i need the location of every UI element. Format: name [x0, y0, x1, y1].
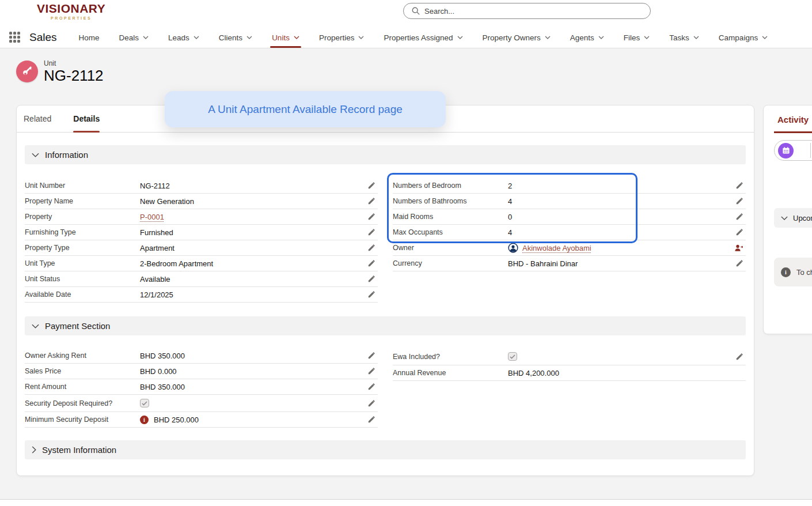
field-label: Property Name — [25, 197, 140, 205]
field-row-available-date: Available Date12/1/2025 — [25, 287, 378, 303]
nav-item-files[interactable]: Files — [624, 27, 650, 48]
edit-button[interactable] — [365, 227, 378, 237]
nav-item-property-owners[interactable]: Property Owners — [483, 27, 551, 48]
global-search[interactable] — [403, 3, 651, 19]
app-name: Sales — [29, 31, 57, 44]
nav-item-deals[interactable]: Deals — [119, 27, 149, 48]
edit-button[interactable] — [733, 180, 746, 191]
field-row-owner: OwnerAkinwolade Ayobami — [393, 240, 746, 256]
nav-item-campaigns[interactable]: Campaigns — [719, 27, 768, 48]
record-title: NG-2112 — [44, 67, 104, 84]
edit-button[interactable] — [733, 352, 746, 362]
edit-button[interactable] — [365, 289, 378, 300]
field-value: BHD 4,200.000 — [508, 369, 559, 377]
payment-right-column: Ewa Included?Annual RevenueBHD 4,200.000 — [393, 348, 746, 381]
nav-item-label: Campaigns — [719, 33, 758, 42]
section-title: Information — [45, 150, 88, 160]
edit-button[interactable] — [733, 227, 746, 237]
nav-item-units[interactable]: Units — [272, 27, 299, 48]
edit-button[interactable] — [365, 414, 378, 425]
field-value: New Generation — [140, 197, 194, 206]
key-icon — [21, 66, 33, 77]
edit-button[interactable] — [365, 212, 378, 222]
information-fields: Unit NumberNG-2112Property NameNew Gener… — [25, 178, 746, 303]
nav-item-label: Home — [79, 33, 100, 42]
field-label: Unit Type — [25, 259, 140, 267]
new-event-button[interactable] — [774, 140, 812, 161]
owner-link[interactable]: Akinwolade Ayobami — [522, 244, 591, 252]
tab-related[interactable]: Related — [24, 105, 51, 132]
edit-button[interactable] — [365, 274, 378, 284]
field-label: Annual Revenue — [393, 369, 508, 377]
nav-item-label: Properties — [319, 33, 355, 42]
chevron-down-icon — [32, 324, 39, 328]
information-left-column: Unit NumberNG-2112Property NameNew Gener… — [25, 178, 378, 303]
app-launcher-icon[interactable] — [9, 32, 21, 43]
field-value-link[interactable]: P-0001 — [140, 213, 164, 221]
field-value: 2 — [508, 182, 512, 190]
change-owner-button[interactable] — [732, 243, 746, 254]
chevron-down-icon — [762, 36, 768, 39]
search-input[interactable] — [424, 7, 632, 16]
tooltip-text: A Unit Apartment Available Record page — [208, 103, 403, 116]
nav-item-label: Leads — [168, 33, 189, 42]
nav-item-clients[interactable]: Clients — [219, 27, 252, 48]
record-header: Unit NG-2112 — [16, 59, 104, 84]
edit-button[interactable] — [365, 180, 378, 191]
checkbox-checked — [508, 352, 517, 361]
edit-button[interactable] — [365, 350, 378, 361]
chevron-down-icon — [457, 36, 463, 39]
field-row-sales-price: Sales PriceBHD 0.000 — [25, 364, 378, 379]
chevron-down-icon — [693, 36, 699, 39]
edit-button[interactable] — [365, 243, 378, 253]
edit-button[interactable] — [365, 196, 378, 206]
chevron-down-icon — [545, 36, 551, 39]
chevron-down-icon — [598, 36, 604, 39]
upcoming-overdue-section[interactable]: Upcom — [774, 208, 812, 228]
chevron-down-icon — [644, 36, 650, 39]
nav-item-leads[interactable]: Leads — [168, 27, 199, 48]
edit-button[interactable] — [365, 398, 378, 409]
tab-activity[interactable]: Activity — [777, 115, 812, 124]
field-label: Maid Rooms — [393, 213, 508, 221]
edit-button[interactable] — [365, 382, 378, 392]
field-row-currency: CurrencyBHD - Bahraini Dinar — [393, 256, 746, 271]
edit-button[interactable] — [733, 258, 746, 269]
field-value: NG-2112 — [140, 182, 170, 190]
edit-button[interactable] — [365, 258, 378, 269]
field-label: Rent Amount — [25, 383, 140, 391]
nav-item-tasks[interactable]: Tasks — [669, 27, 699, 48]
nav-item-home[interactable]: Home — [79, 27, 100, 48]
field-row-rent-amount: Rent AmountBHD 350.000 — [25, 379, 378, 395]
field-row-numbers-of-bathrooms: Numbers of Bathrooms4 — [393, 194, 746, 209]
field-label: Currency — [393, 259, 508, 267]
field-row-property-type: Property TypeApartment — [25, 240, 378, 256]
field-label: Max Occupants — [393, 228, 508, 236]
chevron-down-icon — [294, 36, 299, 39]
section-system-information[interactable]: System Information — [25, 440, 746, 459]
edit-button[interactable] — [365, 366, 378, 376]
edit-button[interactable] — [733, 196, 746, 206]
field-value: 12/1/2025 — [140, 290, 173, 299]
nav-item-agents[interactable]: Agents — [570, 27, 604, 48]
nav-item-properties-assigned[interactable]: Properties Assigned — [384, 27, 462, 48]
chevron-down-icon — [358, 36, 364, 39]
chevron-down-icon — [193, 36, 199, 39]
field-value: 2-Bedroom Apartment — [140, 259, 213, 268]
pill-divider — [810, 143, 811, 158]
edit-button[interactable] — [733, 212, 746, 222]
section-title: Payment Section — [45, 321, 110, 331]
field-value: BHD 0.000 — [140, 367, 177, 376]
field-value: BHD 250.000 — [154, 416, 199, 424]
field-label: Security Deposit Required? — [25, 399, 140, 407]
field-row-furnishing-type: Furnishing TypeFurnished — [25, 225, 378, 240]
nav-item-properties[interactable]: Properties — [319, 27, 365, 48]
section-payment[interactable]: Payment Section — [25, 316, 746, 335]
activity-notice: i To ch — [774, 258, 812, 286]
unit-record-icon — [16, 61, 38, 82]
section-information[interactable]: Information — [25, 145, 746, 164]
tab-details[interactable]: Details — [73, 105, 100, 132]
error-info-icon: i — [140, 416, 149, 424]
nav-item-label: Clients — [219, 33, 242, 42]
field-label: Unit Number — [25, 182, 140, 190]
